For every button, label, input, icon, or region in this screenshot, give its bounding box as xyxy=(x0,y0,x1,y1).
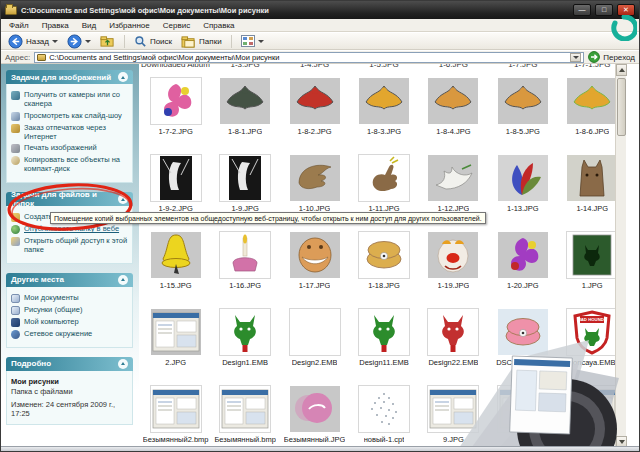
collapse-chevron-icon[interactable] xyxy=(118,359,128,369)
file-item[interactable]: Design1.EMB xyxy=(210,307,279,379)
task-get-from-camera[interactable]: Получить от камеры или со сканера xyxy=(11,91,129,109)
back-button[interactable]: Назад xyxy=(6,34,60,49)
file-item[interactable]: 1-13.JPG xyxy=(488,153,557,225)
file-thumbnail[interactable] xyxy=(498,153,548,201)
file-item[interactable]: Безымянный.JPG xyxy=(280,384,349,448)
file-item[interactable]: 1-8-3.JPG xyxy=(349,76,418,148)
file-item[interactable]: 1-19.JPG xyxy=(419,230,488,302)
other-places-header[interactable]: Другие места xyxy=(6,273,133,287)
task-share-folder[interactable]: Открыть общий доступ к этой папке xyxy=(11,237,129,255)
views-button[interactable] xyxy=(239,34,266,49)
file-thumbnail[interactable] xyxy=(567,230,617,278)
file-item[interactable]: DSC03949.JPG xyxy=(488,307,557,379)
task-view-slideshow[interactable]: Просмотреть как слайд-шоу xyxy=(11,112,129,121)
file-item[interactable]: Design22.EMB xyxy=(419,307,488,379)
file-thumbnail[interactable] xyxy=(567,384,617,432)
file-thumbnail[interactable] xyxy=(359,76,409,124)
file-thumbnail[interactable] xyxy=(567,153,617,201)
file-thumbnail[interactable] xyxy=(151,230,201,278)
back-dropdown-caret[interactable] xyxy=(52,40,58,43)
file-thumbnail[interactable] xyxy=(359,153,409,201)
file-thumbnail[interactable]: MAD HOUNDS xyxy=(567,307,617,355)
task-print-pictures[interactable]: Печать изображений xyxy=(11,144,129,153)
menu-tools[interactable]: Сервис xyxy=(163,21,190,30)
place-network[interactable]: Сетевое окружение xyxy=(11,330,129,339)
file-thumbnail[interactable] xyxy=(290,230,340,278)
search-button[interactable]: Поиск xyxy=(132,34,174,49)
scrollbar-thumb[interactable] xyxy=(617,78,626,136)
place-my-computer[interactable]: Мой компьютер xyxy=(11,318,129,327)
close-button[interactable]: ✕ xyxy=(617,4,635,16)
forward-button[interactable] xyxy=(65,34,93,49)
menu-file[interactable]: Файл xyxy=(9,21,29,30)
file-item[interactable]: 1-8-1.JPG xyxy=(210,76,279,148)
file-item[interactable]: Безымянный2.bmp xyxy=(141,384,210,448)
file-item[interactable]: новый-1.cpt xyxy=(349,384,418,448)
menu-edit[interactable]: Правка xyxy=(42,21,69,30)
file-thumbnail[interactable] xyxy=(359,384,409,432)
file-thumbnail[interactable] xyxy=(359,230,409,278)
address-dropdown-button[interactable] xyxy=(570,53,581,62)
forward-dropdown-caret[interactable] xyxy=(85,40,91,43)
file-thumbnail[interactable] xyxy=(498,307,548,355)
file-thumbnail[interactable] xyxy=(498,76,548,124)
file-item[interactable]: 1-15.JPG xyxy=(141,230,210,302)
file-thumbnail[interactable] xyxy=(428,230,478,278)
file-item[interactable]: 1-8-2.JPG xyxy=(280,76,349,148)
file-item[interactable]: 1-16.JPG xyxy=(210,230,279,302)
place-my-documents[interactable]: Мои документы xyxy=(11,294,129,303)
go-button[interactable]: Переход xyxy=(588,51,635,63)
task-order-prints[interactable]: Заказ отпечатков через Интернет xyxy=(11,124,129,142)
file-thumbnail[interactable] xyxy=(359,307,409,355)
file-thumbnail[interactable] xyxy=(151,307,201,355)
file-thumbnail[interactable] xyxy=(220,307,270,355)
file-thumbnail[interactable] xyxy=(567,76,617,124)
menu-help[interactable]: Справка xyxy=(203,21,234,30)
collapse-chevron-icon[interactable] xyxy=(118,194,128,204)
file-item[interactable]: Design11.EMB xyxy=(349,307,418,379)
file-thumbnail[interactable] xyxy=(428,153,478,201)
file-item[interactable]: Design2.EMB xyxy=(280,307,349,379)
up-button[interactable] xyxy=(98,34,117,49)
task-publish-folder-to-web[interactable]: Опубликовать папку в вебе xyxy=(11,225,129,234)
title-bar[interactable]: C:\Documents and Settings\мой офис\Мои д… xyxy=(1,1,639,19)
minimize-button[interactable]: — xyxy=(573,4,591,16)
file-thumbnail[interactable] xyxy=(151,384,201,432)
file-thumbnail[interactable] xyxy=(428,384,478,432)
picture-tasks-header[interactable]: Задачи для изображений xyxy=(6,70,133,84)
file-item[interactable]: 10.JPG xyxy=(488,384,557,448)
address-input[interactable]: C:\Documents and Settings\мой офис\Мои д… xyxy=(34,52,584,63)
views-dropdown-caret[interactable] xyxy=(258,40,264,43)
task-copy-to-cd[interactable]: Копировать все объекты на компакт-диск xyxy=(11,156,129,174)
file-thumbnail[interactable] xyxy=(498,230,548,278)
scroll-up-button[interactable] xyxy=(616,64,627,76)
file-item[interactable]: Безымянный.bmp xyxy=(210,384,279,448)
file-item[interactable]: 9.JPG xyxy=(419,384,488,448)
file-thumbnail[interactable] xyxy=(290,76,340,124)
file-item[interactable]: 1-8-4.JPG xyxy=(419,76,488,148)
file-thumbnail[interactable] xyxy=(151,76,201,124)
file-thumbnail[interactable] xyxy=(428,307,478,355)
file-thumbnail[interactable] xyxy=(428,76,478,124)
folders-button[interactable]: Папки xyxy=(179,34,224,49)
menu-view[interactable]: Вид xyxy=(82,21,96,30)
file-folder-tasks-header[interactable]: Задачи для файлов и папок xyxy=(6,192,133,206)
file-thumbnail[interactable] xyxy=(290,384,340,432)
file-item[interactable]: 1-20.JPG xyxy=(488,230,557,302)
file-item[interactable]: 1-8-5.JPG xyxy=(488,76,557,148)
file-item[interactable]: 1-7-2.JPG xyxy=(141,76,210,148)
file-thumbnail[interactable] xyxy=(220,153,270,201)
file-thumbnail[interactable] xyxy=(220,384,270,432)
details-header[interactable]: Подробно xyxy=(6,357,133,371)
menu-favorites[interactable]: Избранное xyxy=(109,21,150,30)
file-thumbnail[interactable] xyxy=(290,307,340,355)
maximize-button[interactable]: □ xyxy=(595,4,613,16)
file-thumbnail[interactable] xyxy=(220,76,270,124)
collapse-chevron-icon[interactable] xyxy=(118,72,128,82)
file-thumbnail[interactable] xyxy=(220,230,270,278)
file-item[interactable]: 1-17.JPG xyxy=(280,230,349,302)
file-thumbnail[interactable] xyxy=(498,384,548,432)
place-shared-pictures[interactable]: Рисунки (общие) xyxy=(11,306,129,315)
file-thumbnail[interactable] xyxy=(151,153,201,201)
file-item[interactable]: 2.JPG xyxy=(141,307,210,379)
